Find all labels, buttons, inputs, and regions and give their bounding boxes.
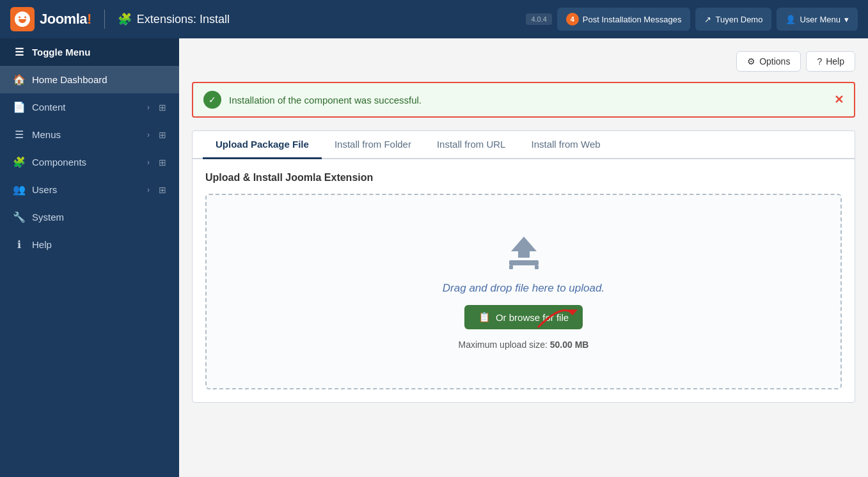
- users-arrow-icon: ›: [147, 185, 150, 194]
- chevron-down-icon: ▾: [844, 15, 849, 24]
- content-icon: 📄: [13, 101, 26, 113]
- svg-rect-2: [509, 265, 513, 269]
- help-label: Help: [826, 56, 844, 66]
- logo-icon: [10, 7, 35, 31]
- version-badge: 4.0.4: [526, 13, 551, 25]
- help-nav-icon: ℹ: [13, 238, 26, 251]
- menus-icon: ☰: [13, 129, 26, 141]
- components-grid-icon: ⊞: [159, 157, 166, 168]
- users-grid-icon: ⊞: [159, 185, 166, 195]
- options-button[interactable]: ⚙ Options: [736, 51, 801, 72]
- components-icon: 🧩: [13, 156, 26, 168]
- red-arrow-annotation: [532, 295, 583, 334]
- user-menu-button[interactable]: 👤 User Menu ▾: [777, 8, 858, 31]
- upload-section: Upload & Install Joomla Extension: [193, 159, 855, 402]
- sidebar-item-users[interactable]: 👥 Users › ⊞: [0, 176, 179, 203]
- upload-icon-wrapper: [501, 233, 546, 272]
- sidebar-item-content-label: Content: [32, 102, 66, 113]
- sidebar-item-home-dashboard[interactable]: 🏠 Home Dashboard: [0, 66, 179, 93]
- toggle-menu-item[interactable]: ☰ Toggle Menu: [0, 38, 179, 66]
- sidebar-item-help[interactable]: ℹ Help: [0, 231, 179, 258]
- options-label: Options: [759, 56, 790, 66]
- help-button[interactable]: ? Help: [806, 51, 855, 72]
- install-panel: Upload Package File Install from Folder …: [192, 130, 855, 403]
- tab-install-web[interactable]: Install from Web: [518, 131, 613, 159]
- components-arrow-icon: ›: [147, 158, 150, 167]
- topbar-divider: [104, 10, 105, 29]
- upload-svg-icon: [501, 233, 546, 272]
- menus-arrow-icon: ›: [147, 130, 150, 139]
- action-bar: ⚙ Options ? Help: [192, 51, 855, 72]
- export-icon: ↗: [704, 15, 711, 24]
- home-icon: 🏠: [13, 74, 26, 86]
- page-title-text: Extensions: Install: [137, 13, 230, 26]
- topbar: Joomla! 🧩 Extensions: Install 4.0.4 4 Po…: [0, 0, 868, 38]
- upload-section-title: Upload & Install Joomla Extension: [205, 172, 842, 184]
- sidebar-item-content[interactable]: 📄 Content › ⊞: [0, 93, 179, 121]
- tab-install-folder[interactable]: Install from Folder: [322, 131, 424, 159]
- install-tabs: Upload Package File Install from Folder …: [193, 131, 855, 159]
- puzzle-icon: 🧩: [118, 12, 132, 26]
- dropzone[interactable]: Drag and drop file here to upload. 📋 Or …: [205, 194, 842, 389]
- topbar-right: 4.0.4 4 Post Installation Messages ↗ Tuy…: [526, 8, 858, 31]
- svg-rect-3: [535, 265, 539, 269]
- sidebar-item-menus[interactable]: ☰ Menus › ⊞: [0, 121, 179, 148]
- main-layout: ☰ Toggle Menu 🏠 Home Dashboard 📄 Content…: [0, 38, 868, 477]
- svg-marker-0: [511, 237, 537, 258]
- sidebar-item-components[interactable]: 🧩 Components › ⊞: [0, 148, 179, 176]
- menus-grid-icon: ⊞: [159, 130, 166, 140]
- sidebar-item-help-label: Help: [32, 239, 52, 250]
- question-icon: ?: [817, 56, 822, 66]
- sidebar-item-components-label: Components: [32, 157, 86, 168]
- success-alert: ✓ Installation of the component was succ…: [192, 82, 855, 118]
- alert-check-icon: ✓: [203, 91, 221, 109]
- sidebar-item-home-label: Home Dashboard: [32, 74, 107, 85]
- notif-badge: 4: [566, 13, 579, 26]
- max-upload-size: Maximum upload size: 50.00 MB: [459, 340, 589, 350]
- sidebar-item-menus-label: Menus: [32, 129, 61, 140]
- logo[interactable]: Joomla!: [10, 7, 91, 31]
- post-install-button[interactable]: 4 Post Installation Messages: [557, 8, 691, 31]
- content-arrow-icon: ›: [147, 103, 150, 112]
- sidebar-item-users-label: Users: [32, 184, 57, 195]
- user-demo-name: Tuyen Demo: [715, 15, 762, 24]
- content-grid-icon: ⊞: [159, 102, 166, 113]
- gear-icon: ⚙: [747, 56, 755, 66]
- user-menu-label: User Menu: [800, 15, 840, 24]
- content-area: ⚙ Options ? Help ✓ Installation of the c…: [179, 38, 868, 477]
- user-demo-button[interactable]: ↗ Tuyen Demo: [695, 8, 771, 31]
- file-icon: 📋: [478, 311, 491, 323]
- users-icon: 👥: [13, 184, 26, 196]
- sidebar-item-system[interactable]: 🔧 System: [0, 203, 179, 231]
- user-circle-icon: 👤: [785, 15, 796, 24]
- logo-text: Joomla!: [40, 11, 91, 27]
- post-install-label: Post Installation Messages: [583, 15, 682, 24]
- page-title-header: 🧩 Extensions: Install: [118, 12, 230, 26]
- alert-message: Installation of the component was succes…: [229, 95, 422, 106]
- tab-upload-package[interactable]: Upload Package File: [203, 131, 322, 159]
- toggle-menu-label: Toggle Menu: [32, 47, 90, 58]
- drag-drop-text: Drag and drop file here to upload.: [443, 282, 604, 295]
- sidebar: ☰ Toggle Menu 🏠 Home Dashboard 📄 Content…: [0, 38, 179, 477]
- max-size-label: Maximum upload size:: [459, 340, 548, 350]
- sidebar-item-system-label: System: [32, 212, 64, 223]
- system-icon: 🔧: [13, 211, 26, 223]
- alert-close-button[interactable]: ✕: [834, 93, 844, 107]
- max-size-value: 50.00 MB: [550, 340, 589, 350]
- svg-rect-1: [509, 260, 539, 265]
- tab-install-url[interactable]: Install from URL: [424, 131, 519, 159]
- toggle-menu-icon: ☰: [13, 46, 26, 58]
